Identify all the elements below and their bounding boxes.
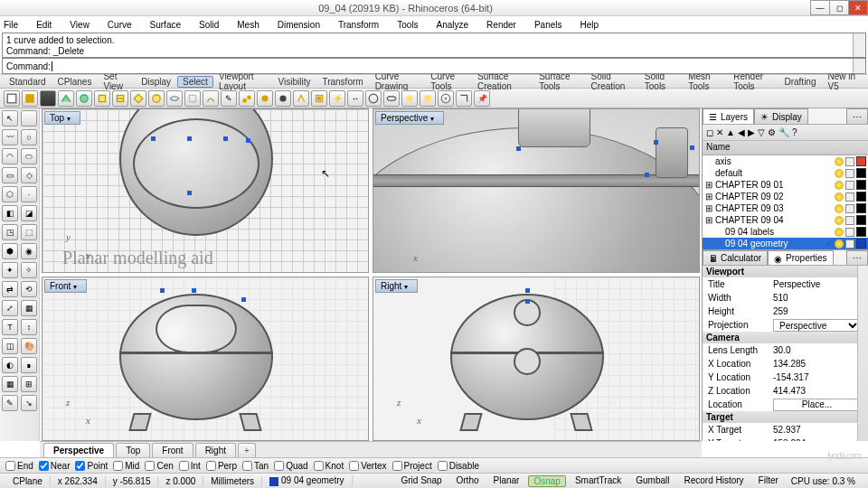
tool-icon[interactable]: ⤢ [2,300,18,316]
control-point[interactable] [223,136,228,141]
menu-edit[interactable]: Edit [36,20,61,30]
tool-icon[interactable]: ↔ [347,90,363,107]
menu-file[interactable]: File [4,20,27,30]
scrollbar[interactable] [853,33,865,57]
prop-value[interactable]: 414.473 [773,386,863,396]
checkbox[interactable] [39,461,49,471]
tool-icon[interactable] [76,90,92,107]
toggle-grid-snap[interactable]: Grid Snap [395,475,447,487]
viewport-label[interactable]: Top▾ [44,111,80,125]
tool-icon[interactable]: 📌 [474,90,490,107]
checkbox[interactable] [75,461,85,471]
expand-icon[interactable]: ⊞ [704,192,713,202]
delete-layer-icon[interactable]: ✕ [716,127,723,137]
viewport-perspective[interactable]: x Perspective▾ [373,108,700,273]
status-cplane[interactable]: CPlane [5,476,51,486]
vtab-perspective[interactable]: Perspective [43,443,114,457]
tab-standard[interactable]: Standard [4,77,52,87]
prop-value[interactable]: Perspective [773,279,863,289]
toggle-record-history[interactable]: Record History [678,475,749,487]
prop-value[interactable]: 134.285 [773,359,863,369]
visibility-icon[interactable] [835,228,844,237]
lock-icon[interactable] [845,169,854,178]
tool-icon[interactable]: T [2,319,18,335]
layer-up-icon[interactable]: ▲ [726,127,735,137]
close-button[interactable]: ✕ [848,0,868,15]
color-swatch[interactable] [856,192,866,202]
menu-panels[interactable]: Panels [534,20,571,30]
menu-render[interactable]: Render [486,20,525,30]
control-point[interactable] [192,288,196,293]
control-point[interactable] [516,146,521,151]
tool-icon[interactable] [40,90,56,107]
control-point[interactable] [160,288,165,293]
tool-icon[interactable]: ○ [21,129,37,145]
tool-icon[interactable]: ↕ [21,319,37,335]
tool-icon[interactable]: ✎ [221,90,237,107]
tab-set-view[interactable]: Set View [98,71,136,91]
tool-icon[interactable] [130,90,146,107]
viewport-right[interactable]: z x Right▾ [373,277,700,441]
toggle-filter[interactable]: Filter [753,475,784,487]
tool-icon[interactable] [383,90,400,107]
layer-row[interactable]: ⊞CHAPTER 09 01 [703,179,868,191]
vtab-add[interactable]: + [238,443,256,457]
tab-new-in-v5[interactable]: New in V5 [822,71,864,91]
osnap-near[interactable]: Near [39,461,71,471]
osnap-tan[interactable]: Tan [242,461,269,471]
filter-icon[interactable]: ▽ [758,127,765,137]
control-point[interactable] [525,299,530,304]
vtab-front[interactable]: Front [152,443,193,457]
layer-row[interactable]: default [703,167,868,179]
color-swatch[interactable] [856,168,866,178]
tab-display[interactable]: Display [136,77,177,87]
tab-transform[interactable]: Transform [316,77,369,87]
tool-icon[interactable] [112,90,128,107]
tab-select[interactable]: Select [177,76,213,88]
tool-icon[interactable] [275,90,291,107]
tool-icon[interactable]: ▦ [21,300,37,316]
control-point[interactable] [241,297,246,302]
lock-icon[interactable] [845,216,854,225]
osnap-perp[interactable]: Perp [206,461,237,471]
command-line[interactable]: Command: [2,58,866,74]
tool-icon[interactable] [239,90,255,107]
checkbox[interactable] [5,461,15,471]
lock-icon[interactable] [845,239,854,249]
toggle-osnap[interactable]: Osnap [528,475,565,487]
layer-right-icon[interactable]: ▶ [748,127,755,137]
tab-mesh-tools[interactable]: Mesh Tools [683,71,728,91]
tool-icon[interactable] [438,90,454,107]
tab-solid-creation[interactable]: Solid Creation [586,71,639,91]
control-point[interactable] [645,173,649,177]
lock-icon[interactable] [845,204,854,213]
prop-value[interactable]: 259 [773,306,863,316]
tab-surface-creation[interactable]: Surface Creation [472,71,533,91]
tool-icon[interactable]: ⬢ [2,243,18,259]
control-point[interactable] [246,138,250,143]
layer-row[interactable]: ⊞CHAPTER 09 02 [703,191,868,202]
tool-icon[interactable]: ⬭ [21,148,37,164]
lock-icon[interactable] [845,181,854,190]
prop-value[interactable]: 510 [773,293,863,303]
tool-icon[interactable]: 〰 [2,129,18,145]
osnap-cen[interactable]: Cen [145,461,173,471]
checkbox[interactable] [145,461,155,471]
tab-calculator[interactable]: 🖩Calculator [703,250,768,265]
tool-icon[interactable]: ⚡ [329,90,345,107]
tool-icon[interactable] [456,90,472,107]
tool-icon[interactable]: ⇄ [2,281,18,297]
tool-icon[interactable]: ◧ [2,205,18,221]
lock-icon[interactable] [845,192,854,202]
osnap-mid[interactable]: Mid [113,461,139,471]
tool-icon[interactable] [22,90,38,107]
tool-icon[interactable]: ◇ [21,167,37,183]
tab-solid-tools[interactable]: Solid Tools [639,71,683,91]
control-point[interactable] [654,140,658,145]
checkbox[interactable] [242,461,252,471]
checkbox[interactable] [438,461,448,471]
vtab-right[interactable]: Right [195,443,236,457]
tool-icon[interactable]: ◐ [2,357,18,373]
menu-solid[interactable]: Solid [199,20,228,30]
osnap-vertex[interactable]: Vertex [349,461,386,471]
